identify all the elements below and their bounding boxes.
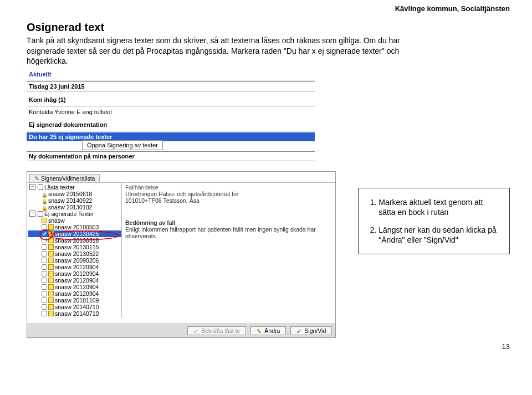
lock-icon xyxy=(42,204,47,210)
tree-item-unsigned[interactable]: snasw 20130425 xyxy=(28,230,121,237)
btn-bekrafta-last: ✓ Bekräfta låst te xyxy=(187,326,246,335)
tree-checkbox[interactable] xyxy=(42,224,47,230)
tree-item-unsigned[interactable]: snasw 20130522 xyxy=(28,250,121,257)
instruction-step-1: Markera aktuell text genom att sätta en … xyxy=(378,197,499,217)
btn-bekrafta-label: Bekräfta låst te xyxy=(201,327,240,334)
tree-node-locked[interactable]: −Låsta texter xyxy=(28,184,121,191)
btn-sign-vid[interactable]: ✔ Sign/Vid xyxy=(290,326,332,335)
tree-checkbox[interactable] xyxy=(42,311,47,316)
tree-item-unsigned[interactable]: snasw 20130318 xyxy=(28,237,121,244)
bottom-toolbar: ✓ Bekräfta låst te ✎ Ändra ✔ Sign/Vid xyxy=(27,324,335,337)
intro-p3: högerklicka. xyxy=(27,57,510,66)
folder-icon xyxy=(38,184,43,190)
tree-label: snasw 20101109 xyxy=(55,297,99,304)
pen-icon: ✎ xyxy=(34,175,39,182)
doc-unsigned-icon xyxy=(48,251,54,257)
doc-unsigned-icon xyxy=(48,304,54,310)
fallhandelse-text1: Utredningen Hälso- och sjukvårdsjournal … xyxy=(125,191,332,197)
tree-checkbox[interactable] xyxy=(42,297,47,303)
instruction-callout: Markera aktuell text genom att sätta en … xyxy=(358,188,510,255)
tree-item-unsigned[interactable]: snasw 20101109 xyxy=(28,297,121,304)
doc-unsigned-icon xyxy=(48,297,54,303)
fallhandelse-label: Fallhändelse xyxy=(125,184,332,191)
doc-unsigned-icon xyxy=(48,311,54,316)
doc-unsigned-icon xyxy=(48,224,54,230)
tree-node-unsigned[interactable]: −Ej signerade Texter xyxy=(28,211,121,217)
doc-unsigned-icon xyxy=(48,231,54,237)
tree-checkbox[interactable] xyxy=(42,238,47,243)
bedomning-text: Enligt inkommen fallrapport har patiente… xyxy=(125,226,332,239)
tree-checkbox[interactable] xyxy=(42,304,47,310)
tree-item-unsigned[interactable]: snasw 20130115 xyxy=(28,244,121,250)
tree-label: snasw 20120904 xyxy=(55,284,99,290)
tree-item-locked[interactable]: snasw 20140922 xyxy=(28,197,121,204)
tree-checkbox[interactable] xyxy=(42,271,47,276)
tree-label: snasw 20120904 xyxy=(55,277,99,284)
doc-unsigned-icon xyxy=(48,244,54,250)
tree-label: snasw 20120904 xyxy=(55,270,99,277)
doc-unsigned-icon xyxy=(48,278,54,283)
tree-checkbox[interactable] xyxy=(42,258,47,263)
tab-signera-vidimera[interactable]: ✎Signera/vidimeralista xyxy=(29,174,100,182)
sign-icon: ✔ xyxy=(296,328,302,334)
lock-icon xyxy=(42,191,47,197)
tree-checkbox[interactable] xyxy=(42,284,47,290)
tree-checkbox[interactable] xyxy=(42,264,47,270)
intro-block: Tänk på att skyndsamt signera texter som… xyxy=(27,36,510,66)
btn-andra[interactable]: ✎ Ändra xyxy=(250,326,286,335)
check-icon: ✓ xyxy=(193,328,199,334)
tree-checkbox[interactable] xyxy=(42,251,47,257)
tree-item-unsigned[interactable]: snasw 20140710 xyxy=(28,310,121,317)
kom-ihag-item[interactable]: Kontakta Yvonne E ang rullstol xyxy=(27,107,315,116)
btn-andra-label: Ändra xyxy=(264,327,280,334)
tree-label: snasw 20120904 xyxy=(55,290,99,297)
folder-icon xyxy=(38,211,43,217)
instruction-step-2: Längst ner kan du sedan klicka på "Ändra… xyxy=(378,225,499,245)
doc-unsigned-icon xyxy=(42,218,47,223)
tree-item-unsigned[interactable]: snasw 20100503 xyxy=(28,224,121,230)
tree-checkbox[interactable] xyxy=(42,291,47,296)
tree-label: snasw 20130115 xyxy=(55,244,99,250)
tree-label: snasw 20130425 xyxy=(55,230,99,237)
collapse-icon[interactable]: − xyxy=(29,184,35,190)
date-row: Tisdag 23 juni 2015 xyxy=(27,81,315,91)
tree-label: snasw 20130102 xyxy=(48,204,92,211)
tree-label: snasw 20140710 xyxy=(55,304,99,310)
tree-item-locked[interactable]: snasw 20150618 xyxy=(28,191,121,197)
tree-item-unsigned[interactable]: snasw xyxy=(28,217,121,224)
ejsign-heading: Ej signerad dokumentation xyxy=(27,120,315,130)
tree-item-unsigned[interactable]: snasw 20120904 xyxy=(28,264,121,270)
context-menu-open-signing[interactable]: Öppna Signering av texter xyxy=(82,140,163,150)
tree-checkbox[interactable] xyxy=(42,231,47,237)
kom-ihag-heading: Kom ihåg (1) xyxy=(27,95,315,105)
tree-label: Ej signerade Texter xyxy=(44,211,94,217)
tree-label: snasw 20100503 xyxy=(55,224,99,230)
tree-view[interactable]: −Låsta textersnasw 20150618snasw 2014092… xyxy=(27,183,122,318)
pencil-icon: ✎ xyxy=(257,328,262,334)
content-pane: Fallhändelse Utredningen Hälso- och sjuk… xyxy=(122,183,335,318)
doc-unsigned-icon xyxy=(48,238,54,243)
tree-label: snasw 20140710 xyxy=(55,310,99,317)
tree-item-unsigned[interactable]: snasw 20120904 xyxy=(28,270,121,277)
collapse-icon[interactable]: − xyxy=(29,211,35,217)
tab-label: Signera/vidimeralista xyxy=(41,175,95,182)
tree-label: snasw 20150618 xyxy=(48,191,92,197)
doc-unsigned-icon xyxy=(48,258,54,263)
tree-checkbox[interactable] xyxy=(42,244,47,250)
tree-item-unsigned[interactable]: snasw 20120904 xyxy=(28,290,121,297)
header-org: Kävlinge kommun, Socialtjänsten xyxy=(395,4,510,13)
tree-item-unsigned[interactable]: snasw 20090206 xyxy=(28,257,121,264)
tree-checkbox[interactable] xyxy=(42,278,47,283)
tree-item-unsigned[interactable]: snasw 20120904 xyxy=(28,284,121,290)
aktuellt-heading: Aktuellt xyxy=(27,69,315,79)
doc-unsigned-icon xyxy=(48,284,54,290)
tree-item-unsigned[interactable]: snasw 20140710 xyxy=(28,304,121,310)
ejsign-selected-row[interactable]: Du har 25 ej signerade texter xyxy=(27,132,315,141)
nydok-heading: Ny dokumentation på mina personer xyxy=(27,151,315,161)
fallhandelse-text2: 101010+TF08 Testsson, Åsa xyxy=(125,197,332,204)
tree-label: snasw 20130522 xyxy=(55,250,99,257)
tree-item-locked[interactable]: snasw 20130102 xyxy=(28,204,121,211)
tree-item-unsigned[interactable]: snasw 20120904 xyxy=(28,277,121,284)
bedomning-label: Bedömning av fall xyxy=(125,219,332,226)
doc-unsigned-icon xyxy=(48,264,54,270)
